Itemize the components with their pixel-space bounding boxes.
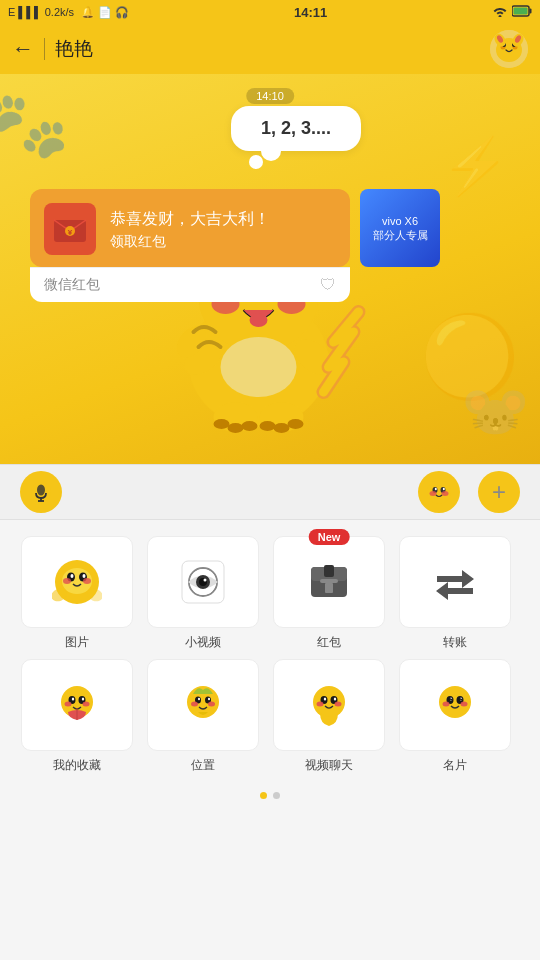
svg-point-31 xyxy=(250,313,268,327)
media-grid-panel: 图片 小视频 New xyxy=(0,520,540,815)
grid-item-collection[interactable]: 我的收藏 xyxy=(18,659,136,774)
svg-point-94 xyxy=(324,698,326,701)
bg-pikachu-2: ⚡ xyxy=(441,134,510,199)
red-packet-text: 恭喜发财，大吉大利！ 领取红包 xyxy=(110,207,270,252)
svg-point-79 xyxy=(72,698,74,701)
transfer-label: 转账 xyxy=(443,634,467,651)
collection-icon-wrap xyxy=(21,659,133,751)
add-button[interactable]: + xyxy=(478,471,520,513)
svg-point-104 xyxy=(461,702,468,707)
page-dot-2 xyxy=(273,792,280,799)
grid-item-video[interactable]: 小视频 xyxy=(144,536,262,651)
svg-rect-74 xyxy=(320,579,338,583)
svg-point-37 xyxy=(214,419,230,429)
svg-point-43 xyxy=(221,337,297,397)
svg-point-54 xyxy=(442,491,449,496)
red-packet-shield-icon: 🛡 xyxy=(320,276,336,294)
notif-icon: 🔔 xyxy=(81,6,95,19)
title-divider xyxy=(44,38,45,60)
signal-icon: ▌▌▌ xyxy=(18,6,41,18)
svg-point-81 xyxy=(65,702,72,707)
svg-point-80 xyxy=(82,698,84,701)
message-timestamp: 14:10 xyxy=(246,88,294,104)
svg-point-90 xyxy=(208,702,215,707)
location-label: 位置 xyxy=(191,757,215,774)
red-packet-sub: 领取红包 xyxy=(110,231,270,252)
card-label: 名片 xyxy=(443,757,467,774)
svg-point-97 xyxy=(335,702,342,707)
new-badge: New xyxy=(309,529,350,545)
vivo-subtitle: 部分人专属 xyxy=(373,228,428,242)
carrier-label: E xyxy=(8,6,15,18)
page-indicator xyxy=(10,782,530,805)
svg-rect-2 xyxy=(514,8,528,15)
chat-title: 艳艳 xyxy=(55,36,480,62)
back-button[interactable]: ← xyxy=(12,38,34,60)
time-display: 14:11 xyxy=(294,5,327,20)
redpacket-icon-wrap: New xyxy=(273,536,385,628)
svg-point-98 xyxy=(439,686,471,718)
redpacket-label: 红包 xyxy=(317,634,341,651)
red-packet-message[interactable]: ¥ 恭喜发财，大吉大利！ 领取红包 vivo X6 部分人专属 微信红包 🛡 xyxy=(30,189,350,302)
svg-point-53 xyxy=(430,491,437,496)
red-packet-label-bar: 微信红包 🛡 xyxy=(30,267,350,302)
red-packet-bubble[interactable]: ¥ 恭喜发财，大吉大利！ 领取红包 vivo X6 部分人专属 xyxy=(30,189,350,267)
status-bar: E ▌▌▌ 0.2k/s 🔔 📄 🎧 14:11 xyxy=(0,0,540,24)
location-icon-wrap xyxy=(147,659,259,751)
red-packet-icon: ¥ xyxy=(44,203,96,255)
svg-point-82 xyxy=(83,702,90,707)
chat-area: 🐾 ⚡ 🟡 🐭 14:10 1, 2, 3.... ¥ 恭喜发财，大吉大利！ 领… xyxy=(0,74,540,464)
grid-item-photo[interactable]: 图片 xyxy=(18,536,136,651)
collection-label: 我的收藏 xyxy=(53,757,101,774)
battery-icon xyxy=(512,5,532,19)
grid-item-videochat[interactable]: 视频聊天 xyxy=(270,659,388,774)
svg-point-89 xyxy=(191,702,198,707)
svg-point-103 xyxy=(443,702,450,707)
voice-button[interactable] xyxy=(20,471,62,513)
svg-point-70 xyxy=(204,579,207,582)
svg-point-95 xyxy=(334,698,336,701)
contact-avatar[interactable] xyxy=(490,30,528,68)
transfer-icon-wrap xyxy=(399,536,511,628)
grid-item-card[interactable]: 名片 xyxy=(396,659,514,774)
grid-item-location[interactable]: 位置 xyxy=(144,659,262,774)
svg-point-59 xyxy=(71,574,74,578)
svg-point-96 xyxy=(317,702,324,707)
photo-label: 图片 xyxy=(65,634,89,651)
video-label: 小视频 xyxy=(185,634,221,651)
svg-point-52 xyxy=(443,488,445,490)
svg-point-51 xyxy=(435,488,437,490)
card-icon-wrap xyxy=(399,659,511,751)
svg-point-61 xyxy=(63,578,71,584)
svg-rect-1 xyxy=(530,9,532,14)
emoji-button[interactable] xyxy=(418,471,460,513)
grid-item-transfer[interactable]: 转账 xyxy=(396,536,514,651)
svg-rect-73 xyxy=(324,565,334,577)
svg-text:¥: ¥ xyxy=(68,228,73,237)
wifi-icon xyxy=(492,5,508,19)
svg-point-45 xyxy=(37,485,45,496)
red-packet-main: 恭喜发财，大吉大利！ xyxy=(110,207,270,231)
svg-point-40 xyxy=(260,421,276,431)
red-packet-label-text: 微信红包 xyxy=(44,276,100,294)
videochat-label: 视频聊天 xyxy=(305,757,353,774)
svg-point-39 xyxy=(242,421,258,431)
title-bar: ← 艳艳 xyxy=(0,24,540,74)
page-dot-1 xyxy=(260,792,267,799)
video-icon-wrap xyxy=(147,536,259,628)
status-left: E ▌▌▌ 0.2k/s 🔔 📄 🎧 xyxy=(8,6,129,19)
svg-point-60 xyxy=(83,574,86,578)
svg-point-62 xyxy=(83,578,91,584)
svg-point-38 xyxy=(228,423,244,433)
svg-point-88 xyxy=(208,698,210,701)
svg-point-41 xyxy=(274,423,290,433)
photo-icon-wrap xyxy=(21,536,133,628)
speech-bubble: 1, 2, 3.... xyxy=(231,106,361,151)
videochat-icon-wrap xyxy=(273,659,385,751)
svg-point-91 xyxy=(313,686,345,718)
bg-pikachu-4: 🐭 xyxy=(461,379,530,444)
svg-point-87 xyxy=(198,698,200,701)
vivo-advertisement: vivo X6 部分人专属 xyxy=(360,189,440,267)
grid-row-2: 我的收藏 位置 xyxy=(10,659,530,774)
grid-item-redpacket[interactable]: New 红包 xyxy=(270,536,388,651)
